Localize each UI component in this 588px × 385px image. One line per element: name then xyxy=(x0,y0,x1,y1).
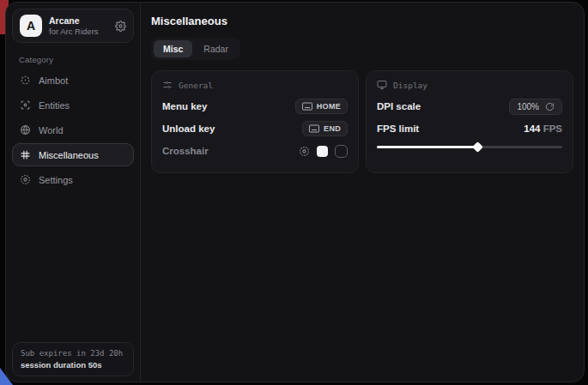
unload-key-button[interactable]: END xyxy=(302,121,348,136)
fps-limit-slider[interactable] xyxy=(377,141,562,152)
dpi-scale-select[interactable]: 100% xyxy=(509,99,562,115)
display-panel: Display DPI scale 100% FPS limit xyxy=(366,70,573,173)
unload-key-row: Unload key END xyxy=(162,117,348,140)
dpi-scale-value: 100% xyxy=(517,102,539,111)
crosshair-row: Crosshair xyxy=(162,140,348,162)
sliders-icon xyxy=(162,80,173,90)
fps-limit-row: FPS limit 144 FPS xyxy=(377,117,562,140)
fps-limit-value: 144 FPS xyxy=(524,123,562,134)
main-content: Miscellaneous Misc Radar General xyxy=(141,3,584,382)
session-duration-text: session duration 50s xyxy=(21,360,125,370)
app-logo: A xyxy=(20,15,42,37)
gear-icon[interactable] xyxy=(115,21,126,32)
menu-key-value: HOME xyxy=(317,102,341,111)
keyboard-icon xyxy=(302,102,312,111)
sidebar-item-label: Miscellaneous xyxy=(39,150,99,160)
panels: General Menu key HOME Unload key xyxy=(151,70,573,173)
sub-expiry-text: Sub expires in 23d 20h xyxy=(21,349,125,358)
dpi-scale-row: DPI scale 100% xyxy=(377,95,562,117)
subscription-card: Sub expires in 23d 20h session duration … xyxy=(12,342,134,376)
fps-unit: FPS xyxy=(543,123,562,134)
monitor-icon xyxy=(377,80,387,90)
brand-subtitle: for Arc Riders xyxy=(49,27,108,37)
menu-key-row: Menu key HOME xyxy=(162,95,348,117)
fps-number: 144 xyxy=(524,123,540,134)
crosshair-icon xyxy=(20,75,31,86)
sidebar-item-entities[interactable]: Entities xyxy=(12,93,134,117)
sidebar-nav: Aimbot Entities World xyxy=(6,68,140,192)
dpi-scale-label: DPI scale xyxy=(377,101,421,111)
display-panel-title: Display xyxy=(393,81,427,90)
general-panel-title: General xyxy=(179,81,213,90)
crosshair-color-swatch[interactable] xyxy=(317,146,328,157)
brand-title: Arcane xyxy=(49,15,108,27)
sidebar: A Arcane for Arc Riders Category xyxy=(6,3,141,382)
app-window: A Arcane for Arc Riders Category xyxy=(5,2,585,382)
sidebar-item-aimbot[interactable]: Aimbot xyxy=(12,69,134,92)
general-panel-header: General xyxy=(162,80,348,90)
sidebar-item-settings[interactable]: Settings xyxy=(12,168,134,191)
settings-icon xyxy=(20,174,31,185)
entities-icon xyxy=(20,99,31,111)
keyboard-icon xyxy=(309,124,319,133)
sidebar-item-label: Settings xyxy=(39,175,73,185)
menu-key-label: Menu key xyxy=(162,101,207,111)
menu-key-button[interactable]: HOME xyxy=(295,99,348,114)
globe-icon xyxy=(20,124,31,135)
crosshair-settings-icon[interactable] xyxy=(299,146,310,157)
sidebar-item-label: Entities xyxy=(39,100,70,111)
unload-key-label: Unload key xyxy=(162,123,215,134)
crosshair-label: Crosshair xyxy=(162,146,209,156)
crosshair-controls xyxy=(299,145,348,158)
slider-thumb[interactable] xyxy=(472,141,483,153)
sidebar-item-world[interactable]: World xyxy=(12,118,134,141)
category-label: Category xyxy=(19,55,140,64)
grid-icon xyxy=(20,149,31,160)
fps-limit-label: FPS limit xyxy=(377,123,419,134)
sidebar-item-label: Aimbot xyxy=(39,75,68,86)
tab-radar[interactable]: Radar xyxy=(194,40,238,57)
tab-misc[interactable]: Misc xyxy=(154,40,192,57)
sidebar-item-miscellaneous[interactable]: Miscellaneous xyxy=(12,143,134,166)
general-panel: General Menu key HOME Unload key xyxy=(151,70,359,173)
brand-card: A Arcane for Arc Riders xyxy=(12,9,134,43)
sidebar-item-label: World xyxy=(39,125,64,135)
brand-text: Arcane for Arc Riders xyxy=(49,15,108,37)
crosshair-checkbox[interactable] xyxy=(335,145,348,158)
slider-fill xyxy=(377,146,477,148)
unload-key-value: END xyxy=(324,124,341,133)
page-title: Miscellaneous xyxy=(151,15,573,27)
tab-bar: Misc Radar xyxy=(151,38,240,60)
refresh-icon xyxy=(545,102,555,111)
display-panel-header: Display xyxy=(377,80,562,90)
